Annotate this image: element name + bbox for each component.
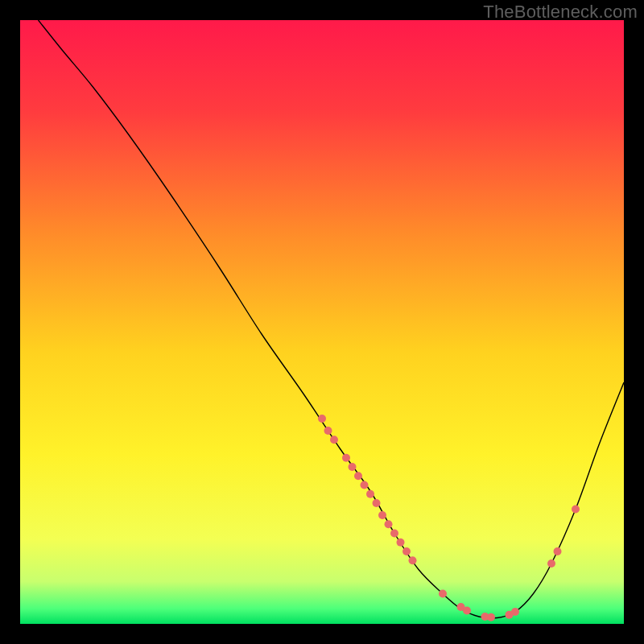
data-marker <box>463 607 471 615</box>
data-marker <box>554 547 562 555</box>
data-marker <box>330 436 338 444</box>
plot-area <box>20 20 624 624</box>
data-marker <box>366 490 374 498</box>
data-marker <box>402 547 411 555</box>
data-marker <box>318 415 326 423</box>
data-marker <box>409 556 417 564</box>
data-marker <box>487 613 495 621</box>
data-marker <box>397 539 405 547</box>
chart-frame: TheBottleneck.com <box>0 0 644 644</box>
watermark-text: TheBottleneck.com <box>483 2 638 23</box>
data-marker <box>547 559 555 568</box>
data-marker <box>324 427 332 435</box>
data-marker <box>349 463 357 471</box>
data-marker <box>439 590 447 598</box>
data-marker <box>572 506 580 514</box>
data-marker <box>378 511 386 519</box>
data-marker <box>361 481 369 489</box>
data-marker <box>373 499 381 507</box>
chart-svg <box>20 20 624 624</box>
data-marker <box>342 454 350 462</box>
data-marker <box>511 608 519 616</box>
data-marker <box>385 520 393 528</box>
data-marker <box>390 530 398 538</box>
data-marker <box>354 472 362 480</box>
